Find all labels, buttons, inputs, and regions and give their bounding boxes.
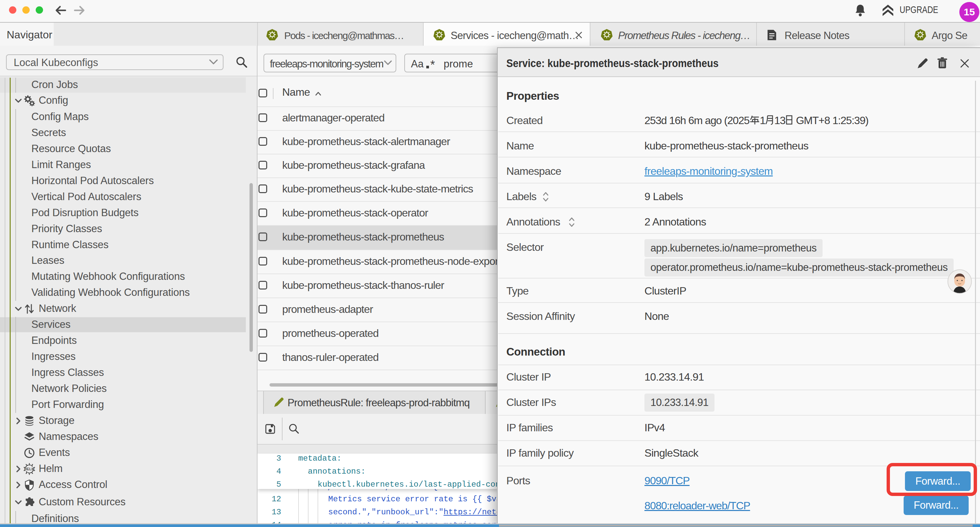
svg-text:HELM: HELM: [24, 467, 35, 471]
svg-text:*: *: [430, 60, 435, 70]
